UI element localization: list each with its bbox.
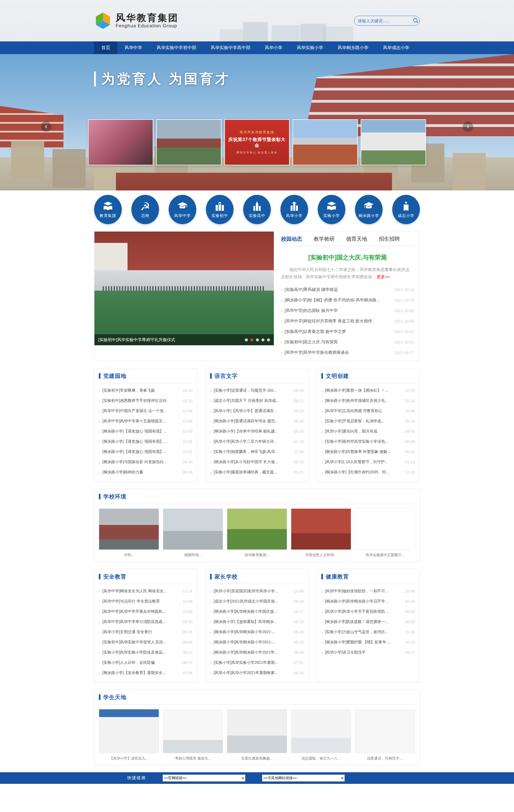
circle-link-fenghua-middle[interactable]: 风华中学 <box>169 195 196 224</box>
list-item[interactable]: › [桐乡路小学]【传承中华经典 献礼建... 04-30 <box>210 427 304 437</box>
list-item[interactable]: › [实验小学]力拔山兮气盖世，拔河比... 11-28 <box>321 627 415 637</box>
list-item[interactable]: › [风华小学]【风华小学】普通话诵百... 09-20 <box>210 406 304 416</box>
environment-photo-card[interactable]: 风华实验高中正面图片... <box>355 509 415 557</box>
carousel-thumb[interactable] <box>88 119 153 165</box>
news-list-item[interactable]: › [实验高中]以青春之我 扬中华之梦 2021-10-01 <box>281 326 414 337</box>
list-item[interactable]: › [风华中学]与法同行 学生普法教育 10-09 <box>99 597 192 607</box>
environment-photo-card[interactable]: 书香绿意人文和谐... <box>291 509 351 557</box>
carousel-thumb[interactable]: 亳州市风华教育集团 庆祝第37个教师节暨表彰大会 赓续百年初心 担当育人使命 <box>224 119 290 165</box>
student-photo-card[interactable]: 考前心理疏导 激发无... <box>163 709 223 761</box>
list-item[interactable]: › [桐乡路小学]【安全教育】暑期安全... 07-04 <box>99 668 192 678</box>
student-photo-card[interactable]: 说普通话，写规范字-... <box>355 709 415 761</box>
tab-campus-news[interactable]: 校园动态 <box>281 235 302 242</box>
list-item[interactable]: › [桐乡路小学]与国旗合影 向党旗告白... 09-30 <box>99 457 192 467</box>
logo[interactable]: 风华教育集团 Fenghua Education Group <box>94 12 179 30</box>
list-item[interactable]: › [桐乡路小学]精神的力量 09-28 <box>99 467 192 477</box>
list-item[interactable]: › [风华中学]风华中学第十五届校园文... 10-08 <box>99 416 192 427</box>
student-photo-card[interactable]: 勿忘国耻，铭记九一八... <box>291 709 351 761</box>
list-item[interactable]: › [桐乡路小学]【请党放心 强国有我】... 10-01 <box>99 447 192 457</box>
news-list-item[interactable]: › [实验初中]国之大庆,与有荣焉 2021-10-01 <box>281 337 414 347</box>
list-item[interactable]: › [风华中学]立高尚师德 守教育初心 10-09 <box>321 406 415 416</box>
environment-photo-card[interactable]: 校园环境... <box>163 509 223 557</box>
nav-item-chengzhi-primary[interactable]: 风华成志小学 <box>376 41 417 54</box>
circle-link-exp-senior[interactable]: 实验高中 <box>243 195 271 224</box>
list-item[interactable]: › [桐乡路小学]亳州市谯城区庆祝少先... 10-14 <box>321 396 415 406</box>
student-photo-card[interactable]: 【风华小学】这些花儿... <box>99 709 159 761</box>
list-item[interactable]: › [实验初中]军姿飒爽，青春飞扬 10-10 <box>99 385 192 396</box>
list-item[interactable]: › [桐乡路小学]普通话诵百年伟业 规范... 08-30 <box>210 416 304 427</box>
list-item[interactable]: › [桐乡路小学]风华桐乡路小学2021-... 08-25 <box>210 637 304 647</box>
environment-photo-card[interactable]: 风华教育集团... <box>227 509 287 557</box>
carousel-next-button[interactable]: › <box>463 121 473 132</box>
list-item[interactable]: › [实验初中]风华实验中学宿管人员消... 09-08 <box>99 637 192 647</box>
list-item[interactable]: › [实验小学]风华实验小学2021年暑期... 07-01 <box>210 658 304 668</box>
circle-link-headquarters[interactable]: ☭ 总校 <box>132 195 159 224</box>
list-item[interactable]: › [风华小学]文明交通 安全童行 09-26 <box>99 627 192 637</box>
student-photo-card[interactable]: 五星红旗迎风飘扬... <box>227 709 287 761</box>
news-list-item[interactable]: › [实验高中]乘风破浪 撷华致远 2021-10-18 <box>281 285 414 295</box>
circle-link-exp-junior[interactable]: 实验初中 <box>206 195 233 224</box>
nav-item-fenghua-primary[interactable]: 风华小学 <box>258 41 290 54</box>
tab-teaching-research[interactable]: 教学教研 <box>314 235 335 242</box>
circle-link-tongxiang-primary[interactable]: 桐乡路小学 <box>355 195 382 224</box>
circle-link-fenghua-primary[interactable]: 风华小学 <box>281 195 308 224</box>
nav-item-tongxiang-primary[interactable]: 风华桐乡路小学 <box>331 41 376 54</box>
circle-link-exp-primary[interactable]: 实验小学 <box>318 195 345 224</box>
list-item[interactable]: › [实验小学]说普通话，写规范字-202... 09-28 <box>210 385 304 396</box>
circle-link-group[interactable]: 教育集团 <box>94 195 122 224</box>
carousel-thumb[interactable] <box>156 119 222 165</box>
search-box[interactable] <box>354 16 420 26</box>
list-item[interactable]: › [桐乡路小学]【放假通知】风华桐乡... 09-18 <box>210 617 304 627</box>
list-item[interactable]: › [桐乡路小学]内塑修养 外塑形象 做魅... 08-31 <box>321 447 415 457</box>
slider-dot-active[interactable] <box>250 338 253 341</box>
nav-item-exp-junior[interactable]: 风华实验中学初中部 <box>149 41 203 54</box>
list-item[interactable]: › [成志小学]月圆天下 共画美好 风华成... 09-21 <box>210 396 304 406</box>
slider-dot[interactable] <box>256 338 259 341</box>
list-item[interactable]: › [风华小学]风华小学关于新冠疫情防... 08-08 <box>321 607 415 617</box>
list-item[interactable]: › [桐乡路小学]风华桐乡路小学国庆放... 09-27 <box>210 607 304 617</box>
list-item[interactable]: › [成志小学]2021风华成志小学国庆假... 09-28 <box>210 597 304 607</box>
tab-moral-education[interactable]: 德育天地 <box>346 235 367 242</box>
environment-photo-card[interactable]: 夕阳... <box>99 509 159 557</box>
list-item[interactable]: › [桐乡路小学]防疫提醒！请您接收一... 08-06 <box>321 617 415 627</box>
list-item[interactable]: › [风华中学]风华中学举行消防应急疏... 09-30 <box>99 617 192 627</box>
nav-item-exp-primary[interactable]: 风华实验小学 <box>290 41 331 54</box>
search-input[interactable] <box>358 19 413 23</box>
slider-dot[interactable] <box>261 338 264 341</box>
carousel-thumb[interactable] <box>361 119 426 165</box>
list-item[interactable]: › [风华小学]讲卫生勤洗手 04-21 <box>321 647 415 658</box>
news-list-item[interactable]: › [风华中学]风华中学新任教师座谈会 2021-09-27 <box>281 347 414 358</box>
list-item[interactable]: › [实验小学]人人识诈，全民防骗 08-15 <box>99 658 192 668</box>
slider-dot[interactable] <box>267 338 270 341</box>
more-link[interactable]: 更多>> <box>377 274 390 279</box>
circle-link-chengzhi-primary[interactable]: 成志小学 <box>392 195 420 224</box>
list-item[interactable]: › [桐乡路小学]从小写好中国字 长大做... 08-19 <box>210 457 304 467</box>
list-item[interactable]: › [实验初中]感恩教师节手抄报评比活动 10-10 <box>99 396 192 406</box>
news-list-item[interactable]: › [桐乡路小学]相【桐】的爱 给不同的你-风华桐乡路... 2021-10-1… <box>281 295 414 306</box>
list-item[interactable]: › [风华中学]风华中学开展反对校园欺... 10-09 <box>99 607 192 617</box>
tab-recruitment[interactable]: 招生招聘 <box>379 235 400 242</box>
featured-news-title[interactable]: [实验初中]国之大庆,与有荣焉 <box>281 253 414 262</box>
list-item[interactable]: › [桐乡路小学]风华桐乡路小学2021年... 08-16 <box>210 647 304 658</box>
list-item[interactable]: › [桐乡路小学]风华桐乡路小学召开学... 09-28 <box>321 597 415 607</box>
list-item[interactable]: › [实验小学]风华实验小学防疫及食品... 08-22 <box>99 647 192 658</box>
city-links-select[interactable]: ==市其他网站链接== <box>262 775 345 782</box>
search-icon[interactable] <box>413 18 419 24</box>
list-item[interactable]: › [实验小学]亳州市风华实验小学绿色... 09-08 <box>321 437 415 447</box>
list-item[interactable]: › [实验小学]翰墨飘香，神采飞扬;风华... 11-09 <box>210 447 304 457</box>
list-item[interactable]: › [桐乡路小学]【请党放心 强国有我】... 10-02 <box>99 437 192 447</box>
list-item[interactable]: › [风华中学]做好疫情防控，一刻不可... 10-09 <box>321 586 415 597</box>
nav-item-fenghua-middle[interactable]: 风华中学 <box>117 41 149 54</box>
list-item[interactable]: › [实验小学]开笔启童智，礼润伴成... 09-28 <box>321 416 415 427</box>
list-item[interactable]: › [风华小学]风华小学二至六年级古诗... 01-10 <box>210 437 304 447</box>
list-item[interactable]: › [风华小学]风华小学2021年暑期致家... 06-24 <box>210 668 304 678</box>
nav-item-home[interactable]: 首页 <box>94 41 117 54</box>
carousel-prev-button[interactable]: ‹ <box>41 121 51 132</box>
list-item[interactable]: › [风华小学]1.10人民警察节，向守护... 01-10 <box>321 457 415 467</box>
list-item[interactable]: › [桐乡路小学]【请党放心 强国有我】... 10-03 <box>99 427 192 437</box>
list-item[interactable]: › [风华中学]中国共产党诞生 论一个党... 10-09 <box>99 406 192 416</box>
list-item[interactable]: › [风华小学]暑你闪亮，期月有成 09-09 <box>321 427 415 437</box>
nav-item-exp-senior[interactable]: 风华实验中学高中部 <box>203 41 258 54</box>
news-list-item[interactable]: › [风华中学]勿忘国耻 振兴中华 2021-10-08 <box>281 306 414 316</box>
list-item[interactable]: › [桐乡路小学]【红领巾相约2035、同... 12-20 <box>321 467 415 477</box>
